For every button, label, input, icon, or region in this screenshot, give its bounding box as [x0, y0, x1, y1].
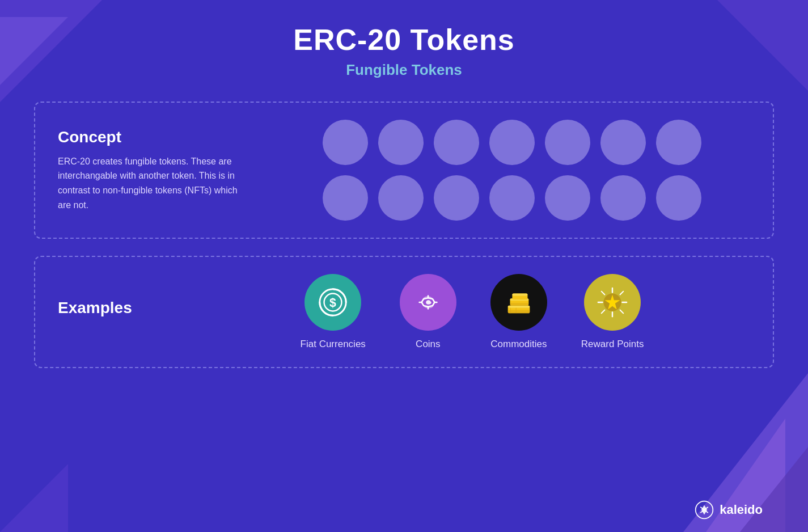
token-circle [489, 120, 535, 165]
examples-title: Examples [58, 299, 171, 317]
token-circle [489, 175, 535, 221]
svg-line-19 [620, 292, 624, 295]
rewards-label: Reward Points [581, 339, 644, 350]
svg-line-17 [602, 292, 605, 295]
coins-label: Coins [416, 339, 440, 350]
commodities-label: Commodities [490, 339, 547, 350]
token-row-2 [323, 175, 701, 221]
star-burst-icon [596, 286, 629, 319]
deco-bottom-left [0, 464, 68, 532]
fiat-label: Fiat Currencies [301, 339, 366, 350]
dollar-circle-icon: $ [316, 286, 349, 319]
token-circle [545, 175, 590, 221]
kaleido-logo-icon [695, 500, 714, 520]
svg-text:$: $ [329, 296, 336, 310]
svg-rect-12 [510, 303, 528, 306]
token-circle [323, 175, 368, 221]
kaleido-branding: kaleido [695, 500, 763, 520]
examples-title-area: Examples [58, 299, 171, 325]
token-circle [656, 120, 701, 165]
example-rewards: Reward Points [581, 274, 644, 350]
example-coins: Coins [400, 274, 456, 350]
kaleido-logo-text: kaleido [720, 503, 763, 517]
chain-link-icon [412, 286, 445, 319]
subtitle: Fungible Tokens [34, 61, 774, 79]
concept-section: Concept ERC-20 creates fungible tokens. … [34, 102, 774, 239]
commodities-icon-circle [490, 274, 547, 331]
token-circle [378, 120, 424, 165]
example-fiat: $ Fiat Currencies [301, 274, 366, 350]
fiat-icon-circle: $ [304, 274, 361, 331]
example-commodities: Commodities [490, 274, 547, 350]
main-title: ERC-20 Tokens [34, 23, 774, 57]
rewards-icon-circle [584, 274, 641, 331]
token-circle [434, 175, 479, 221]
token-circle [545, 120, 590, 165]
concept-text-area: Concept ERC-20 creates fungible tokens. … [58, 128, 251, 212]
svg-line-18 [620, 310, 624, 314]
gold-bars-icon [502, 286, 535, 319]
token-circle [434, 120, 479, 165]
examples-section: Examples $ Fiat Currencies [34, 256, 774, 368]
header: ERC-20 Tokens Fungible Tokens [34, 23, 774, 79]
svg-rect-11 [508, 310, 530, 314]
token-circle [378, 175, 424, 221]
token-circle [600, 120, 646, 165]
examples-icons: $ Fiat Currencies [194, 274, 750, 350]
concept-description: ERC-20 creates fungible tokens. These ar… [58, 154, 251, 212]
token-circle [323, 120, 368, 165]
svg-rect-4 [508, 306, 530, 308]
token-circle [656, 175, 701, 221]
token-row-1 [323, 120, 701, 165]
coins-icon-circle [400, 274, 456, 331]
svg-rect-10 [512, 294, 527, 296]
concept-title: Concept [58, 128, 251, 146]
token-circle [600, 175, 646, 221]
token-grid [273, 120, 750, 221]
svg-line-20 [602, 310, 605, 314]
